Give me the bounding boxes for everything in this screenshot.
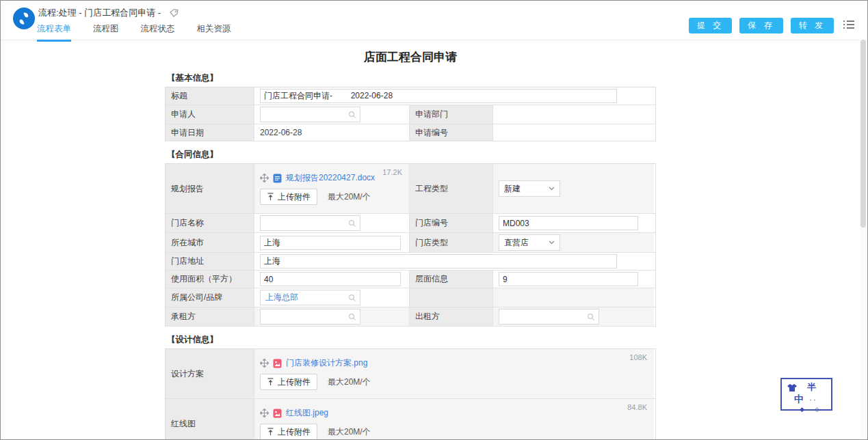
redline-map-attachment-cell: 84.8K 红线图.jpeg 上传附件 最大20M/个: [254, 399, 654, 440]
redline-map-label: 红线图: [166, 399, 254, 440]
lessee-label: 承租方: [166, 307, 254, 326]
store-type-select[interactable]: 直营店: [499, 234, 560, 251]
planning-report-file-link[interactable]: 规划报告20220427.docx: [286, 172, 375, 184]
store-no-input[interactable]: [499, 216, 638, 230]
section-basic-info: 【基本信息】: [165, 65, 656, 87]
applicant-search-field[interactable]: [260, 107, 360, 122]
tab-process-status[interactable]: 流程状态: [141, 21, 175, 40]
seal-dots: ····◆··◇··: [783, 406, 830, 413]
city-input[interactable]: [260, 236, 401, 250]
tag-icon[interactable]: [169, 8, 179, 18]
table-row: 承租方 出租方: [166, 307, 655, 327]
lessor-label: 出租方: [410, 307, 493, 326]
store-type-value: 直营店: [504, 237, 529, 249]
file-size: 108K: [629, 353, 647, 361]
table-row: 所在城市 门店类型 直营店: [166, 233, 655, 253]
upload-button-label: 上传附件: [278, 191, 311, 203]
planning-report-label: 规划报告: [166, 164, 254, 213]
submit-button[interactable]: 提 交: [689, 18, 732, 33]
design-plan-file-link[interactable]: 门店装修设计方案.png: [286, 357, 367, 369]
header: 流程:处理 - 门店工程合同申请 - 流程表单 流程图 流程状态 相关资源 提 …: [1, 1, 867, 40]
seal-char-top: 半: [807, 381, 816, 394]
planning-report-attachment-cell: 17.2K 规划报告20220427.docx 上传附件 最大20M/个: [254, 164, 410, 213]
lessor-input[interactable]: [503, 312, 587, 322]
upload-icon: [267, 193, 274, 201]
store-no-label: 门店编号: [410, 214, 493, 232]
tab-process-diagram[interactable]: 流程图: [93, 21, 119, 40]
store-name-label: 门店名称: [166, 214, 254, 232]
company-brand-input[interactable]: [264, 292, 348, 303]
chevron-down-icon: [549, 240, 555, 245]
apply-no-label: 申请编号: [410, 124, 493, 141]
seal-char-bottom: 中: [794, 394, 804, 406]
apply-dept-label: 申请部门: [410, 105, 493, 124]
process-tabs: 流程表单 流程图 流程状态 相关资源: [37, 21, 231, 40]
store-name-search-field[interactable]: [260, 215, 360, 231]
process-form: 店面工程合同申请 【基本信息】 标题 申请人 申请部门: [165, 49, 656, 440]
upload-size-hint: 最大20M/个: [328, 376, 371, 388]
upload-button-label: 上传附件: [278, 426, 311, 438]
save-button[interactable]: 保 存: [739, 18, 782, 33]
table-row: 门店地址: [166, 253, 655, 271]
design-plan-label: 设计方案: [166, 349, 254, 398]
applicant-label: 申请人: [166, 105, 254, 124]
apply-date-value: 2022-06-28: [254, 124, 410, 141]
project-type-select[interactable]: 新建: [499, 180, 560, 197]
table-row: 申请人 申请部门: [166, 105, 655, 124]
lessee-input[interactable]: [264, 312, 348, 322]
empty-field-cell: [493, 288, 654, 307]
tab-related-resources[interactable]: 相关资源: [197, 21, 231, 40]
upload-button-label: 上传附件: [278, 376, 311, 388]
search-icon[interactable]: [348, 111, 356, 119]
move-icon[interactable]: [260, 174, 269, 182]
apply-dept-value: [493, 105, 654, 124]
contract-info-table: 规划报告 17.2K 规划报告20220427.docx 上传附件 最大20M/…: [165, 163, 656, 327]
store-address-input[interactable]: [260, 254, 617, 269]
title-input[interactable]: [260, 89, 617, 103]
app-window: 流程:处理 - 门店工程合同申请 - 流程表单 流程图 流程状态 相关资源 提 …: [0, 0, 868, 440]
upload-icon: [267, 378, 274, 386]
form-title: 店面工程合同申请: [165, 49, 656, 65]
store-address-label: 门店地址: [166, 253, 254, 270]
company-seal-watermark: 半 中 ·· ····◆··◇··: [780, 378, 832, 411]
search-icon[interactable]: [348, 294, 356, 302]
company-brand-search-field[interactable]: [260, 290, 360, 305]
city-label: 所在城市: [166, 233, 254, 252]
table-row: 标题: [166, 87, 655, 105]
section-design-info: 【设计信息】: [165, 327, 656, 348]
move-icon[interactable]: [260, 359, 269, 368]
lessor-search-field[interactable]: [499, 309, 599, 325]
company-brand-label: 所属公司/品牌: [166, 288, 254, 307]
move-icon[interactable]: [260, 409, 269, 417]
applicant-input[interactable]: [264, 109, 348, 120]
file-size: 84.8K: [627, 403, 647, 411]
table-row: 使用面积（平方） 层面信息: [166, 271, 655, 288]
apply-no-value: [493, 124, 654, 141]
search-icon[interactable]: [348, 313, 356, 321]
vertical-scrollbar[interactable]: [860, 40, 867, 439]
app-logo: [13, 8, 35, 29]
shirt-icon: [787, 383, 798, 392]
basic-info-table: 标题 申请人 申请部门 申请日期 2022-06-28: [165, 87, 656, 141]
scrollbar-thumb[interactable]: [860, 40, 866, 228]
menu-button[interactable]: [841, 19, 856, 32]
title-label: 标题: [166, 87, 254, 105]
floor-info-input[interactable]: [499, 272, 638, 286]
upload-icon: [267, 428, 274, 436]
lessee-search-field[interactable]: [260, 309, 360, 325]
upload-attachment-button[interactable]: 上传附件: [260, 189, 317, 205]
section-contract-info: 【合同信息】: [165, 141, 656, 163]
table-row: 红线图 84.8K 红线图.jpeg 上传附件 最大20M/个: [166, 399, 655, 440]
search-icon[interactable]: [348, 219, 356, 228]
upload-attachment-button[interactable]: 上传附件: [260, 374, 317, 390]
search-icon[interactable]: [587, 313, 595, 321]
design-info-table: 设计方案 108K 门店装修设计方案.png 上传附件 最大20M/个: [165, 348, 656, 440]
header-actions: 提 交 保 存 转 发: [689, 18, 856, 33]
word-doc-icon: [273, 174, 282, 183]
upload-attachment-button[interactable]: 上传附件: [260, 424, 317, 440]
tab-process-form[interactable]: 流程表单: [37, 21, 71, 42]
store-name-input[interactable]: [264, 218, 348, 229]
area-input[interactable]: [260, 272, 401, 286]
redline-map-file-link[interactable]: 红线图.jpeg: [286, 407, 328, 419]
forward-button[interactable]: 转 发: [791, 18, 834, 33]
